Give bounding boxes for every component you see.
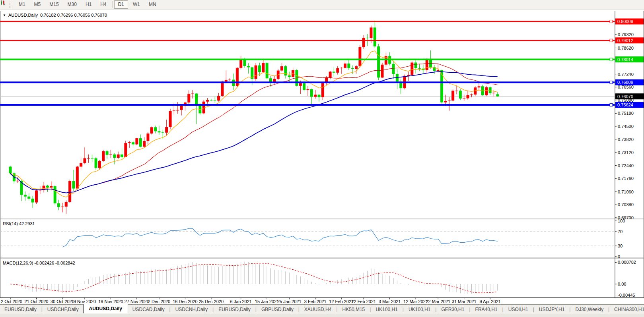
- date-axis-label: 3 Mar 2021: [379, 299, 401, 304]
- candle: [485, 86, 488, 96]
- axis-tick-label: 0.75180: [618, 111, 634, 116]
- axis-tick-label: -0.00445: [618, 293, 635, 298]
- status-bar: [0, 314, 644, 317]
- candle: [135, 138, 138, 145]
- date-axis-label: 16 Dec 2020: [173, 299, 197, 304]
- axis-tick-label: 0.008782: [618, 260, 636, 265]
- axis-tick-label: 0.72440: [618, 163, 634, 168]
- chart-tab-UK100-H1[interactable]: UK100,H1: [371, 305, 402, 313]
- collapse-arrow-icon[interactable]: ▼: [3, 14, 6, 17]
- line-handle[interactable]: [610, 39, 613, 42]
- candle: [411, 61, 413, 76]
- date-axis-label: 15 Jan 2021: [255, 299, 279, 304]
- chart-tab-GER30-H1[interactable]: GER30,H1: [437, 305, 469, 313]
- axis-tick-label: 0.70380: [618, 202, 634, 207]
- chart-tab-FRA40-H1[interactable]: FRA40,H1: [471, 305, 502, 313]
- chart-tab-USDCNH-Daily[interactable]: USDCNH,Daily: [171, 305, 212, 313]
- candle: [102, 150, 105, 162]
- candle: [150, 126, 153, 134]
- axis-tick-label: 0.73820: [618, 137, 634, 142]
- date-axis-label: 21 Oct 2020: [24, 299, 48, 304]
- chart-title: ▼ AUDUSD,Daily 0.76182 0.76296 0.76056 0…: [3, 13, 107, 17]
- chart-tab-USDCAD-Daily[interactable]: USDCAD,Daily: [128, 305, 169, 313]
- candle: [377, 44, 380, 80]
- price-badge-0.78014[interactable]: 0.78014: [615, 56, 644, 62]
- date-axis-label: 18 Nov 2020: [98, 299, 123, 304]
- axis-tick-label: 0.74500: [618, 124, 634, 129]
- axis-tick-label: 0.78620: [618, 46, 634, 50]
- line-handle[interactable]: [610, 20, 613, 23]
- axis-tick-label: 100: [618, 218, 625, 223]
- line-handle[interactable]: [610, 81, 613, 84]
- candle: [266, 62, 268, 79]
- date-axis-label: 7 Dec 2020: [148, 299, 170, 304]
- chart-tab-HK50-M15[interactable]: HK50,M15: [338, 305, 370, 313]
- candle: [9, 166, 12, 175]
- macd-indicator-label: MACD(12,26,9) -0.002426 -0.002842: [3, 261, 75, 265]
- date-axis-label: 3 Feb 2021: [304, 299, 327, 304]
- date-axis-label: 22 Mar 2021: [426, 299, 450, 304]
- chart-tab-XAUUSD-H4[interactable]: XAUUSD,H4: [300, 305, 336, 313]
- candle: [54, 185, 56, 205]
- date-axis-label: 25 Dec 2020: [199, 299, 224, 304]
- date-axis-label: 12 Mar 2021: [403, 299, 428, 304]
- chart-area[interactable]: 0.793200.786200.779400.772400.765600.758…: [0, 0, 644, 317]
- svg-text:0.75624: 0.75624: [617, 102, 633, 107]
- axis-tick-label: 0.00: [618, 282, 626, 286]
- chart-title-symbol: AUDUSD,Daily: [8, 13, 38, 17]
- chart-tab-DJ30-Weekly[interactable]: DJ30,Weekly: [571, 305, 607, 313]
- line-handle[interactable]: [610, 104, 613, 106]
- axis-tick-label: 0.73120: [618, 150, 634, 155]
- chart-tab-USDJPY-H1[interactable]: USDJPY,H1: [535, 305, 569, 313]
- candle: [236, 67, 239, 87]
- axis-tick-label: 0: [618, 254, 620, 259]
- price-badge-0.76809[interactable]: 0.76809: [615, 79, 644, 85]
- candle: [202, 100, 205, 114]
- candle: [95, 157, 97, 170]
- candle: [68, 180, 71, 203]
- axis-tick-label: 0.71760: [618, 176, 634, 181]
- candle: [459, 89, 462, 100]
- chart-tab-USDCHF-Daily[interactable]: USDCHF,Daily: [43, 305, 83, 313]
- chart-tab-AUDUSD-Daily[interactable]: AUDUSD,Daily: [83, 304, 128, 313]
- chart-canvas: 0.793200.786200.779400.772400.765600.758…: [0, 0, 644, 317]
- chart-tab-CHINA300-H1[interactable]: CHINA300,H1: [610, 305, 644, 313]
- chart-tab-bar: EURUSD,Daily|USDCHF,DailyAUDUSD,DailyUSD…: [0, 304, 644, 314]
- price-badge-0.80009[interactable]: 0.80009: [615, 18, 644, 24]
- chart-tab-EURUSD-Daily[interactable]: EURUSD,Daily: [214, 305, 255, 313]
- axis-tick-label: 0.77240: [618, 72, 634, 77]
- axis-tick-label: 70: [618, 229, 623, 234]
- candle: [358, 45, 361, 67]
- chart-tab-UK100-H1[interactable]: UK100,H1: [404, 305, 435, 313]
- svg-text:0.76809: 0.76809: [617, 80, 633, 85]
- date-axis-label: 6 Jan 2021: [230, 299, 251, 304]
- candle: [451, 89, 454, 102]
- chart-tab-GBPUSD-Daily[interactable]: GBPUSD,Daily: [257, 305, 298, 313]
- rsi-indicator-label: RSI(14) 42.2931: [3, 221, 35, 226]
- date-axis-label: 30 Oct 2020: [51, 299, 74, 304]
- candle: [169, 109, 172, 130]
- chart-background: [0, 11, 644, 298]
- candle: [255, 63, 257, 81]
- candle: [35, 189, 38, 204]
- line-handle[interactable]: [610, 58, 613, 61]
- axis-tick-label: 30: [618, 244, 623, 248]
- price-badge-0.75624[interactable]: 0.75624: [615, 102, 644, 108]
- candle: [76, 166, 79, 189]
- chart-tab-USOil-H1[interactable]: USOil,H1: [504, 305, 533, 313]
- axis-tick-label: 0.79320: [618, 32, 634, 37]
- svg-text:0.78014: 0.78014: [617, 57, 633, 62]
- date-axis-label: 25 Jan 2021: [277, 299, 302, 304]
- chart-tab-EURUSD-Daily[interactable]: EURUSD,Daily: [0, 305, 41, 313]
- axis-tick-label: 0.76560: [618, 85, 634, 89]
- price-badge-0.79012[interactable]: 0.79012: [615, 37, 644, 43]
- axis-tick-label: 0.71060: [618, 189, 634, 194]
- date-axis-label: 9 Apr 2021: [480, 299, 501, 304]
- svg-text:0.79012: 0.79012: [617, 38, 633, 43]
- date-axis-label: 9 Nov 2020: [74, 299, 96, 304]
- date-axis-label: 12 Feb 2021: [329, 299, 354, 304]
- svg-text:0.76070: 0.76070: [617, 94, 633, 99]
- price-badge-0.76070[interactable]: 0.76070: [615, 93, 644, 99]
- candle: [124, 141, 127, 157]
- date-axis-label: 12 Oct 2020: [0, 299, 22, 304]
